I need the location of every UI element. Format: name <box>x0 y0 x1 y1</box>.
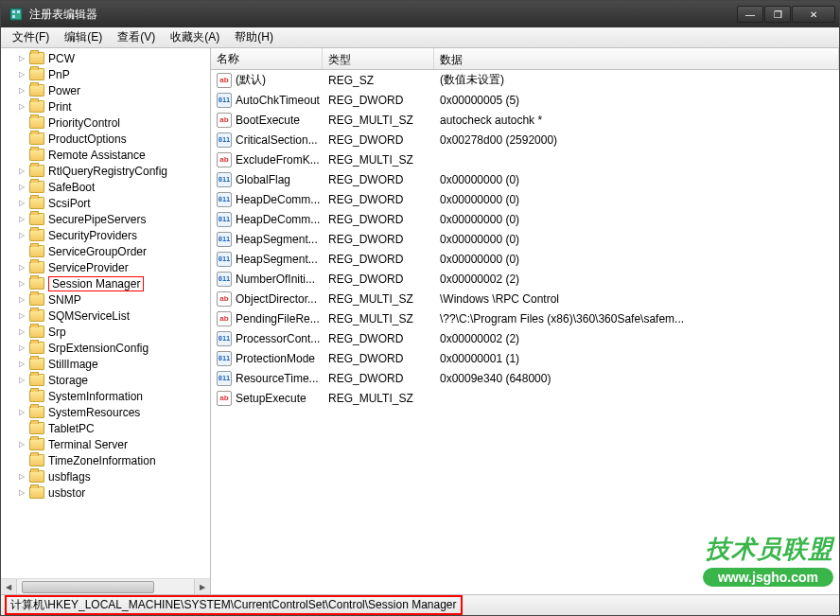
menu-file[interactable]: 文件(F) <box>5 27 57 47</box>
expand-icon[interactable]: ▷ <box>16 407 27 418</box>
scroll-thumb[interactable] <box>22 581 154 593</box>
expand-icon[interactable]: ▷ <box>16 198 27 209</box>
tree-item-label: SafeBoot <box>48 181 95 194</box>
tree-item[interactable]: ▷SafeBoot <box>1 179 210 195</box>
expand-icon[interactable]: ▷ <box>16 375 27 386</box>
value-row[interactable]: 011HeapSegment...REG_DWORD0x00000000 (0) <box>211 249 839 269</box>
tree-item[interactable]: ▷ServiceProvider <box>1 259 210 275</box>
tree-item-label: RtlQueryRegistryConfig <box>48 165 167 178</box>
maximize-button[interactable]: ❐ <box>764 6 791 23</box>
tree-item[interactable]: ▷RtlQueryRegistryConfig <box>1 163 210 179</box>
tree-item[interactable]: ▷Remote Assistance <box>1 147 210 163</box>
tree-pane[interactable]: ▷PCW▷PnP▷Power▷Print▷PriorityControl▷Pro… <box>1 48 211 594</box>
menu-edit[interactable]: 编辑(E) <box>57 27 110 47</box>
value-row[interactable]: abSetupExecuteREG_MULTI_SZ <box>211 388 839 408</box>
tree-item[interactable]: ▷usbstor <box>1 484 210 501</box>
minimize-button[interactable]: — <box>737 6 763 23</box>
column-header-data[interactable]: 数据 <box>434 48 839 69</box>
expand-icon[interactable]: ▷ <box>16 182 27 193</box>
tree-item[interactable]: ▷TabletPC <box>1 420 210 436</box>
value-row[interactable]: abExcludeFromK...REG_MULTI_SZ <box>211 150 839 169</box>
folder-icon <box>29 358 44 370</box>
expand-icon[interactable]: ▷ <box>16 278 27 290</box>
expand-icon[interactable]: ▷ <box>16 343 27 354</box>
expand-icon[interactable]: ▷ <box>16 262 27 273</box>
tree-item[interactable]: ▷SrpExtensionConfig <box>1 340 210 356</box>
expand-icon[interactable]: ▷ <box>16 471 27 483</box>
tree-item[interactable]: ▷ScsiPort <box>1 195 210 211</box>
value-row[interactable]: 011AutoChkTimeoutREG_DWORD0x00000005 (5) <box>211 90 839 110</box>
tree-item[interactable]: ▷SystemResources <box>1 404 210 420</box>
tree-item[interactable]: ▷SNMP <box>1 291 210 308</box>
tree-item[interactable]: ▷SecurePipeServers <box>1 211 210 227</box>
value-type: REG_DWORD <box>323 133 434 147</box>
tree-item[interactable]: ▷ServiceGroupOrder <box>1 243 210 259</box>
value-row[interactable]: 011ProtectionModeREG_DWORD0x00000001 (1) <box>211 348 839 368</box>
tree-item[interactable]: ▷Session Manager <box>1 275 210 291</box>
expand-icon[interactable]: ▷ <box>16 310 27 322</box>
value-data: 0x00000001 (1) <box>434 352 839 365</box>
expand-icon[interactable]: ▷ <box>16 326 27 338</box>
value-row[interactable]: 011GlobalFlagREG_DWORD0x00000000 (0) <box>211 169 839 189</box>
folder-icon <box>29 293 44 306</box>
values-pane[interactable]: 名称 类型 数据 ab(默认)REG_SZ(数值未设置)011AutoChkTi… <box>211 48 839 594</box>
value-type: REG_DWORD <box>323 173 434 186</box>
tree-item[interactable]: ▷Srp <box>1 324 210 340</box>
tree-item[interactable]: ▷Print <box>1 98 210 114</box>
tree-item[interactable]: ▷ProductOptions <box>1 131 210 147</box>
expand-icon[interactable]: ▷ <box>16 85 27 97</box>
expand-icon[interactable]: ▷ <box>16 166 27 177</box>
tree-item[interactable]: ▷PriorityControl <box>1 114 210 131</box>
expand-icon[interactable]: ▷ <box>16 487 27 499</box>
tree-item[interactable]: ▷SQMServiceList <box>1 308 210 324</box>
values-list[interactable]: ab(默认)REG_SZ(数值未设置)011AutoChkTimeoutREG_… <box>211 70 839 408</box>
value-row[interactable]: 011HeapDeComm...REG_DWORD0x00000000 (0) <box>211 189 839 209</box>
expand-icon[interactable]: ▷ <box>16 230 27 241</box>
column-header-name[interactable]: 名称 <box>211 48 323 69</box>
column-header-type[interactable]: 类型 <box>323 48 434 69</box>
value-row[interactable]: 011HeapDeComm...REG_DWORD0x00000000 (0) <box>211 209 839 229</box>
value-row[interactable]: 011ProcessorCont...REG_DWORD0x00000002 (… <box>211 328 839 348</box>
folder-icon <box>29 52 44 64</box>
expand-icon[interactable]: ▷ <box>16 214 27 225</box>
value-type: REG_DWORD <box>323 332 434 345</box>
value-row[interactable]: abObjectDirector...REG_MULTI_SZ\Windows … <box>211 289 839 308</box>
expand-icon[interactable]: ▷ <box>16 359 27 370</box>
tree-item[interactable]: ▷Storage <box>1 372 210 388</box>
value-type: REG_MULTI_SZ <box>323 292 434 306</box>
tree-item[interactable]: ▷usbflags <box>1 468 210 484</box>
tree-item[interactable]: ▷Terminal Server <box>1 436 210 452</box>
tree-item[interactable]: ▷StillImage <box>1 356 210 372</box>
tree-item-label: SNMP <box>48 293 81 307</box>
tree-item[interactable]: ▷PnP <box>1 66 210 82</box>
tree-item[interactable]: ▷Power <box>1 82 210 98</box>
tree-item[interactable]: ▷PCW <box>1 50 210 66</box>
tree-item[interactable]: ▷SecurityProviders <box>1 227 210 243</box>
registry-tree[interactable]: ▷PCW▷PnP▷Power▷Print▷PriorityControl▷Pro… <box>1 48 210 502</box>
value-row[interactable]: 011NumberOfIniti...REG_DWORD0x00000002 (… <box>211 269 839 289</box>
value-row[interactable]: abBootExecuteREG_MULTI_SZautocheck autoc… <box>211 110 839 130</box>
value-row[interactable]: ab(默认)REG_SZ(数值未设置) <box>211 70 839 90</box>
titlebar[interactable]: 注册表编辑器 — ❐ ✕ <box>1 1 839 27</box>
tree-item[interactable]: ▷TimeZoneInformation <box>1 452 210 468</box>
menu-favorites[interactable]: 收藏夹(A) <box>163 27 227 47</box>
value-row[interactable]: 011ResourceTime...REG_DWORD0x0009e340 (6… <box>211 368 839 388</box>
scroll-left-arrow[interactable]: ◀ <box>1 579 17 594</box>
expand-icon[interactable]: ▷ <box>16 101 27 113</box>
tree-item[interactable]: ▷SystemInformation <box>1 388 210 404</box>
menu-help[interactable]: 帮助(H) <box>227 27 281 47</box>
expand-icon[interactable]: ▷ <box>16 69 27 80</box>
menu-view[interactable]: 查看(V) <box>110 27 163 47</box>
expand-icon[interactable]: ▷ <box>16 53 27 64</box>
tree-item-label: ScsiPort <box>48 197 91 210</box>
expand-icon[interactable]: ▷ <box>16 294 27 306</box>
tree-item-label: Remote Assistance <box>48 149 146 162</box>
value-row[interactable]: 011HeapSegment...REG_DWORD0x00000000 (0) <box>211 229 839 249</box>
value-row[interactable]: 011CriticalSection...REG_DWORD0x00278d00… <box>211 130 839 150</box>
value-row[interactable]: abPendingFileRe...REG_MULTI_SZ\??\C:\Pro… <box>211 308 839 328</box>
close-button[interactable]: ✕ <box>792 6 835 23</box>
values-header[interactable]: 名称 类型 数据 <box>211 48 839 70</box>
expand-icon[interactable]: ▷ <box>16 439 27 450</box>
tree-horizontal-scrollbar[interactable]: ◀ ▶ <box>1 578 210 594</box>
scroll-right-arrow[interactable]: ▶ <box>194 579 210 594</box>
